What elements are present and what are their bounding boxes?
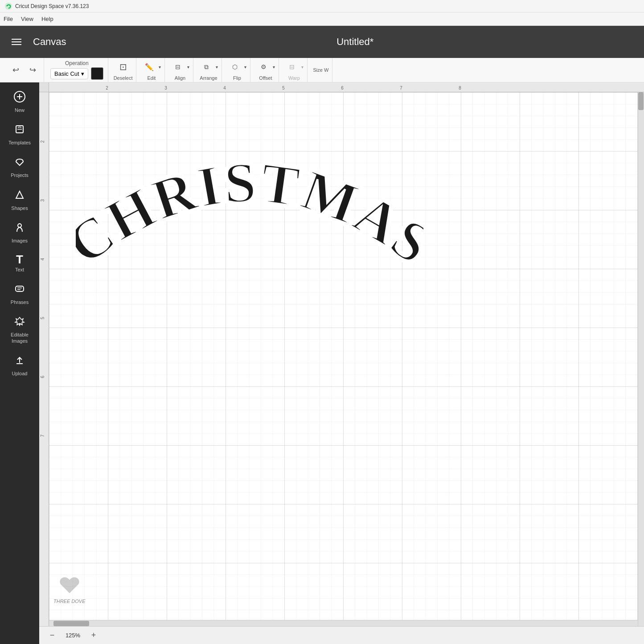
size-group: Size W	[309, 58, 332, 82]
offset-group: ⚙ ▾ Offset	[252, 58, 279, 82]
ruler-mark-3: 3	[164, 86, 167, 90]
menu-help[interactable]: Help	[41, 16, 53, 22]
deselect-button[interactable]: ⊡	[115, 59, 131, 74]
christmas-svg: CHRISTMAS CHRISTMAS CHRISTMAS	[76, 132, 423, 275]
align-button[interactable]: ⊟	[170, 59, 185, 74]
flip-button[interactable]: ⬡	[227, 59, 242, 74]
flip-group: ⬡ ▾ Flip	[224, 58, 250, 82]
sidebar-item-phrases[interactable]: Phrases	[2, 278, 37, 310]
sidebar-item-text[interactable]: T Text	[2, 249, 37, 277]
editable-images-icon	[13, 315, 26, 330]
sidebar-item-phrases-label: Phrases	[11, 299, 29, 305]
ruler-mark-v-6: 6	[40, 376, 45, 378]
scroll-thumb-vertical[interactable]	[638, 92, 644, 110]
ruler-mark-v-5: 5	[40, 317, 45, 320]
sidebar-item-new[interactable]: New	[2, 86, 37, 118]
arrange-group: ⧉ ▾ Arrange	[195, 58, 222, 82]
sidebar-item-projects-label: Projects	[11, 172, 29, 178]
canvas-grid[interactable]: CHRISTMAS CHRISTMAS CHRISTMAS	[49, 92, 644, 626]
offset-button[interactable]: ⚙	[256, 59, 271, 74]
ruler-mark-6: 6	[341, 86, 344, 90]
ruler-mark-2: 2	[106, 86, 108, 90]
app-title: Cricut Design Space v7.36.123	[15, 3, 89, 9]
operation-value: Basic Cut	[54, 70, 79, 77]
ruler-horizontal: 2 3 4 5 6 7 8	[49, 82, 644, 92]
scroll-thumb-horizontal[interactable]	[53, 621, 89, 626]
ruler-mark-5: 5	[282, 86, 285, 90]
edit-button[interactable]: ✏️	[142, 59, 157, 74]
phrases-icon	[13, 283, 26, 298]
operation-chevron: ▾	[81, 70, 84, 77]
sidebar-item-editable-images[interactable]: Editable Images	[2, 311, 37, 348]
scrollbar-vertical[interactable]	[638, 92, 644, 626]
ruler-mark-v-2: 2	[40, 140, 45, 143]
left-sidebar: New Templates Projects Shapes Images	[0, 82, 39, 644]
svg-point-7	[18, 224, 21, 227]
arrange-chevron: ▾	[216, 65, 218, 70]
align-chevron: ▾	[187, 65, 189, 70]
sidebar-item-upload-label: Upload	[12, 371, 28, 377]
sidebar-item-new-label: New	[15, 107, 25, 113]
bottom-bar: − 125% +	[39, 626, 644, 644]
main-area: New Templates Projects Shapes Images	[0, 82, 644, 644]
canvas-container[interactable]: 2 3 4 5 6 7 8 2 3 4 5 6 7	[39, 82, 644, 644]
warp-group: ⊟ ▾ Warp	[281, 58, 308, 82]
menu-view[interactable]: View	[21, 16, 33, 22]
sidebar-item-images-label: Images	[12, 238, 28, 244]
edit-group: ✏️ ▾ Edit	[138, 58, 165, 82]
cricut-logo	[4, 2, 12, 10]
offset-chevron: ▾	[273, 65, 275, 70]
operation-select[interactable]: Basic Cut ▾	[50, 68, 88, 79]
operation-label: Operation	[65, 60, 89, 66]
christmas-text-design[interactable]: CHRISTMAS CHRISTMAS CHRISTMAS	[76, 132, 423, 275]
svg-point-0	[5, 3, 12, 10]
svg-marker-6	[16, 191, 23, 198]
size-label: Size W	[313, 67, 328, 73]
sidebar-item-projects[interactable]: Projects	[2, 151, 37, 183]
sidebar-item-templates-label: Templates	[8, 140, 31, 146]
ruler-mark-v-7: 7	[40, 435, 45, 437]
ruler-mark-8: 8	[459, 86, 461, 90]
undo-redo-group: ↩ ↪	[4, 58, 44, 82]
deselect-label: Deselect	[114, 75, 133, 81]
sidebar-item-shapes[interactable]: Shapes	[2, 184, 37, 216]
warp-button[interactable]: ⊟	[284, 59, 299, 74]
flip-chevron: ▾	[244, 65, 246, 70]
watermark: THREE DOVE	[53, 571, 86, 604]
document-title: Untitled*	[75, 36, 635, 48]
align-label: Align	[175, 75, 185, 81]
undo-button[interactable]: ↩	[8, 62, 23, 78]
hamburger-button[interactable]	[9, 36, 24, 48]
menu-file[interactable]: File	[4, 16, 13, 22]
arrange-label: Arrange	[200, 75, 217, 81]
canvas-label: Canvas	[33, 36, 66, 48]
scrollbar-horizontal[interactable]	[49, 620, 638, 626]
title-bar: Cricut Design Space v7.36.123	[0, 0, 644, 12]
edit-label: Edit	[147, 75, 156, 81]
flip-label: Flip	[233, 75, 241, 81]
new-icon	[13, 90, 26, 106]
ruler-mark-4: 4	[223, 86, 226, 90]
projects-icon	[13, 156, 26, 171]
sidebar-item-images[interactable]: Images	[2, 217, 37, 248]
sidebar-item-shapes-label: Shapes	[11, 205, 28, 211]
sidebar-item-text-label: Text	[15, 267, 24, 273]
color-swatch[interactable]	[91, 67, 103, 80]
ruler-corner	[39, 82, 49, 92]
sidebar-item-upload[interactable]: Upload	[2, 349, 37, 381]
menu-bar: File View Help	[0, 12, 644, 26]
ruler-vertical: 2 3 4 5 6 7	[39, 92, 49, 626]
arrange-button[interactable]: ⧉	[199, 59, 214, 74]
sidebar-item-templates[interactable]: Templates	[2, 119, 37, 150]
toolbar: ↩ ↪ Operation Basic Cut ▾ ⊡ Deselect ✏️ …	[0, 58, 644, 82]
top-header: Canvas Untitled*	[0, 26, 644, 58]
offset-label: Offset	[259, 75, 272, 81]
images-icon	[13, 221, 26, 236]
align-group: ⊟ ▾ Align	[167, 58, 193, 82]
upload-icon	[13, 354, 26, 369]
zoom-in-button[interactable]: +	[87, 629, 100, 642]
warp-label: Warp	[288, 75, 300, 81]
zoom-out-button[interactable]: −	[46, 629, 58, 642]
svg-text:CHRISTMAS: CHRISTMAS	[76, 151, 423, 275]
redo-button[interactable]: ↪	[25, 62, 40, 78]
